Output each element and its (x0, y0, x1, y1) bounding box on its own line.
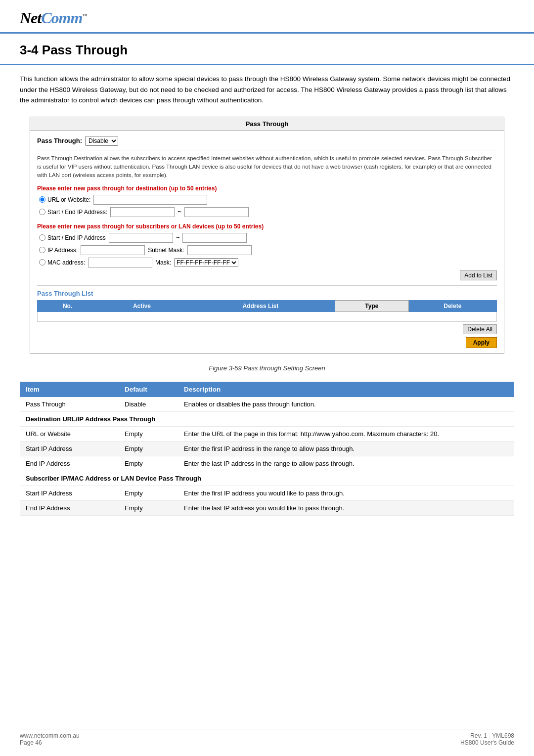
pass-through-list-label: Pass Through List (37, 285, 497, 297)
row-default: Empty (119, 500, 178, 515)
subheader-cell: Destination URL/IP Address Pass Through (20, 411, 514, 426)
row-description: Enter the URL of the page in this format… (178, 426, 514, 441)
row-item: URL or Website (20, 426, 119, 441)
start-end-radio-1[interactable] (39, 209, 45, 215)
th-delete: Delete (408, 300, 496, 311)
start-end-radio-2[interactable] (39, 234, 45, 241)
subheader-cell: Subscriber IP/MAC Address or LAN Device … (20, 471, 514, 486)
row-description: Enter the last IP address you would like… (178, 500, 514, 515)
empty-row-cell (38, 311, 497, 321)
footer: www.netcomm.com.au Page 46 Rev. 1 - YML6… (20, 729, 514, 746)
footer-website: www.netcomm.com.au (20, 732, 80, 739)
url-radio-label: URL or Website: (39, 196, 90, 203)
url-form-row: URL or Website: (39, 195, 497, 205)
end-ip-input-1[interactable] (184, 207, 249, 217)
start-end-radio-label-2: Start / End IP Address (39, 234, 106, 241)
intro-paragraph: This function allows the administrator t… (20, 74, 514, 106)
footer-right: Rev. 1 - YML698 HS800 User's Guide (460, 732, 514, 746)
footer-guide: HS800 User's Guide (460, 739, 514, 746)
start-end-radio-text-1: Start / End IP Address: (47, 209, 107, 216)
destination-section-label: Please enter new pass through for destin… (37, 185, 497, 192)
row-description: Enter the last IP address in the range t… (178, 456, 514, 471)
mac-row: MAC address: Mask: FF-FF-FF-FF-FF-FF (39, 258, 497, 267)
ip-subnet-row: IP Address: Subnet Mask: (39, 245, 497, 255)
info-th-default: Default (119, 382, 178, 397)
table-row: URL or WebsiteEmptyEnter the URL of the … (20, 426, 514, 441)
mask-select[interactable]: FF-FF-FF-FF-FF-FF (174, 258, 238, 267)
info-table-header-row: Item Default Description (20, 382, 514, 397)
row-default: Empty (119, 456, 178, 471)
row-description: Enables or disables the pass through fun… (178, 397, 514, 412)
mac-radio-label: MAC address: (39, 259, 85, 266)
start-end-ip-row-1: Start / End IP Address: ~ (39, 207, 497, 217)
pass-through-label: Pass Through: (37, 137, 82, 144)
pass-through-box: Pass Through Pass Through: Disable Enabl… (30, 117, 504, 354)
row-default: Empty (119, 426, 178, 441)
info-th-description: Description (178, 382, 514, 397)
start-end-radio-text-2: Start / End IP Address (47, 234, 106, 241)
action-row: Delete All (37, 324, 497, 334)
delete-all-button[interactable]: Delete All (463, 324, 497, 334)
section-number: 3-4 (20, 43, 39, 57)
apply-row: Apply (37, 337, 497, 348)
page-heading: 3-4 Pass Through (0, 34, 534, 65)
footer-rev: Rev. 1 - YML698 (460, 732, 514, 739)
row-description: Enter the first IP address you would lik… (178, 486, 514, 500)
ip-radio-text: IP Address: (47, 247, 78, 254)
add-to-list-button[interactable]: Add to List (460, 270, 497, 280)
mac-radio[interactable] (39, 259, 45, 266)
logo-net: Net (20, 9, 41, 27)
table-row: End IP AddressEmptyEnter the last IP add… (20, 500, 514, 515)
start-ip-input-1[interactable] (110, 207, 175, 217)
info-table: Item Default Description Pass ThroughDis… (20, 382, 514, 516)
row-default: Empty (119, 441, 178, 456)
subscriber-section-label: Please enter new pass through for subscr… (37, 223, 497, 230)
pass-through-select[interactable]: Disable Enable (85, 136, 118, 146)
pass-through-selector-row: Pass Through: Disable Enable (37, 136, 497, 146)
header: NetComm™ (0, 0, 534, 34)
logo-comm: Comm (41, 9, 82, 27)
table-row: Start IP AddressEmptyEnter the first IP … (20, 441, 514, 456)
row-item: Pass Through (20, 397, 119, 412)
start-end-radio-label-1: Start / End IP Address: (39, 209, 107, 216)
mask-label: Mask: (155, 259, 171, 266)
th-address-list: Address List (186, 300, 335, 311)
subnet-mask-input[interactable] (187, 245, 252, 255)
footer-page: Page 46 (20, 739, 80, 746)
pass-through-table: No. Active Address List Type Delete (37, 300, 497, 322)
th-no: No. (38, 300, 98, 311)
table-row: Pass ThroughDisableEnables or disables t… (20, 397, 514, 412)
mac-radio-text: MAC address: (47, 259, 85, 266)
logo: NetComm™ (20, 9, 514, 27)
row-item: Start IP Address (20, 486, 119, 500)
subnet-mask-label: Subnet Mask: (148, 247, 184, 254)
page-title: 3-4 Pass Through (20, 43, 514, 58)
tilde-2: ~ (176, 234, 180, 241)
start-ip-input-2[interactable] (109, 233, 173, 243)
footer-left: www.netcomm.com.au Page 46 (20, 732, 80, 746)
ip-address-input[interactable] (81, 245, 145, 255)
row-item: End IP Address (20, 456, 119, 471)
url-radio[interactable] (39, 196, 45, 203)
table-row: End IP AddressEmptyEnter the last IP add… (20, 456, 514, 471)
tilde-1: ~ (178, 208, 181, 216)
row-default: Disable (119, 397, 178, 412)
pt-body: Pass Through: Disable Enable Pass Throug… (30, 131, 504, 353)
add-to-list-row: Add to List (37, 270, 497, 280)
section-title: Pass Through (42, 43, 128, 57)
row-item: End IP Address (20, 500, 119, 515)
table-row: Start IP AddressEmptyEnter the first IP … (20, 486, 514, 500)
apply-button[interactable]: Apply (466, 337, 497, 348)
th-type: Type (335, 300, 408, 311)
end-ip-input-2[interactable] (182, 233, 247, 243)
info-th-item: Item (20, 382, 119, 397)
pt-description: Pass Through Destination allows the subs… (37, 150, 497, 180)
ip-radio-label: IP Address: (39, 247, 78, 254)
row-item: Start IP Address (20, 441, 119, 456)
mac-address-input[interactable] (88, 258, 152, 267)
main-content: This function allows the administrator t… (0, 74, 534, 516)
table-header-row: No. Active Address List Type Delete (38, 300, 497, 311)
url-input[interactable] (93, 195, 207, 205)
url-radio-text: URL or Website: (47, 196, 90, 203)
ip-radio[interactable] (39, 247, 45, 253)
